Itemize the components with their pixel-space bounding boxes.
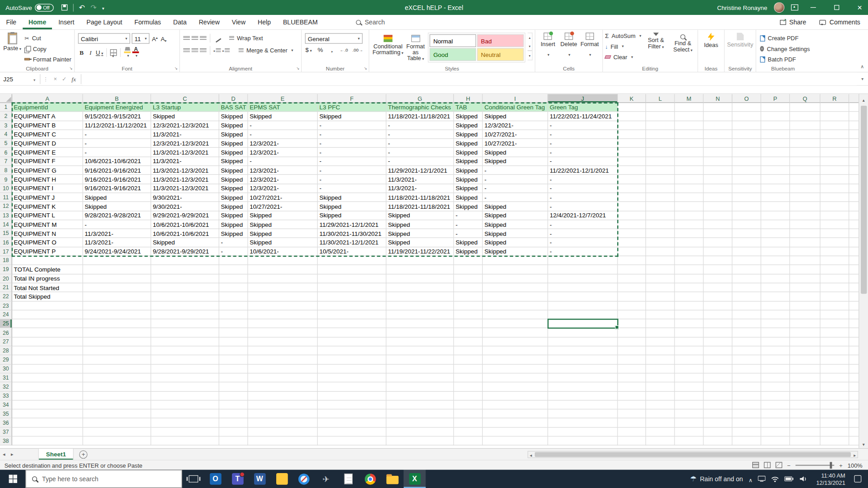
cell-M38[interactable] (675, 436, 704, 446)
sheet-nav-left-icon[interactable] (0, 451, 8, 457)
cell-x28[interactable] (849, 347, 859, 356)
cell-M24[interactable] (675, 310, 704, 319)
cell-G29[interactable] (387, 356, 454, 365)
cell-D6[interactable]: Skipped (219, 148, 248, 157)
cell-R33[interactable] (821, 391, 849, 400)
cell-C21[interactable] (151, 283, 219, 292)
cell-G8[interactable]: 11/29/2021-12/1/2021 (387, 166, 454, 175)
cell-O26[interactable] (732, 328, 761, 338)
column-header-C[interactable]: C (151, 94, 219, 103)
cell-I1[interactable]: Conditional Green Tag (483, 103, 548, 112)
align-top-icon[interactable] (183, 36, 190, 41)
cell-Q27[interactable] (790, 338, 820, 347)
cell-E38[interactable] (248, 436, 318, 446)
cell-C28[interactable] (151, 347, 219, 356)
cell-O31[interactable] (732, 373, 761, 382)
cell-C31[interactable] (151, 373, 219, 382)
cell-C26[interactable] (151, 328, 219, 338)
cell-D38[interactable] (219, 436, 248, 446)
cell-I24[interactable] (483, 310, 548, 319)
cut-button[interactable]: ✂Cut (24, 34, 71, 43)
sheet-tab-sheet1[interactable]: Sheet1 (38, 449, 74, 460)
cell-F4[interactable]: - (318, 130, 387, 139)
cell-B10[interactable]: 9/16/2021-9/16/2021 (83, 184, 151, 193)
cell-N19[interactable] (703, 265, 732, 274)
cell-E35[interactable] (248, 409, 318, 418)
taskbar-app-outlook[interactable]: O (204, 470, 226, 488)
cell-x33[interactable] (849, 391, 859, 400)
cell-I5[interactable]: 10/27/2021- (483, 139, 548, 148)
cell-R26[interactable] (821, 328, 849, 338)
cell-G14[interactable]: Skipped (387, 220, 454, 229)
cell-x27[interactable] (849, 338, 859, 347)
cell-L13[interactable] (646, 211, 675, 220)
cell-P9[interactable] (761, 175, 790, 184)
cell-O19[interactable] (732, 265, 761, 274)
cell-x30[interactable] (849, 364, 859, 373)
cell-D13[interactable]: Skipped (219, 211, 248, 220)
cell-I34[interactable] (483, 400, 548, 409)
cell-F6[interactable]: - (318, 148, 387, 157)
cell-B27[interactable] (83, 338, 151, 347)
cell-J30[interactable] (548, 364, 618, 373)
cell-P38[interactable] (761, 436, 790, 446)
font-name-combo[interactable]: Calibri (78, 33, 130, 43)
cell-D34[interactable] (219, 400, 248, 409)
cell-K29[interactable] (618, 356, 646, 365)
start-button[interactable] (0, 470, 25, 488)
percent-button[interactable]: % (316, 47, 324, 53)
cell-K38[interactable] (618, 436, 646, 446)
cell-A29[interactable] (12, 356, 83, 365)
cell-C18[interactable] (151, 256, 219, 265)
cell-Q16[interactable] (790, 238, 820, 247)
cell-C6[interactable]: 11/3/2021-12/3/2021 (151, 148, 219, 157)
ribbon-tab-insert[interactable]: Insert (52, 15, 80, 29)
row-header-13[interactable]: 13 (0, 211, 12, 220)
cell-I15[interactable]: Skipped (483, 229, 548, 238)
cell-R3[interactable] (821, 121, 849, 130)
column-header-F[interactable]: F (318, 94, 387, 103)
cell-M32[interactable] (675, 382, 704, 391)
cell-K5[interactable] (618, 139, 646, 148)
cell-P23[interactable] (761, 301, 790, 310)
cell-Q38[interactable] (790, 436, 820, 446)
cell-x9[interactable] (849, 175, 859, 184)
cell-C11[interactable]: 9/30/2021- (151, 193, 219, 202)
cell-P15[interactable] (761, 229, 790, 238)
cell-Q31[interactable] (790, 373, 820, 382)
insert-cells-button[interactable]: Insert (538, 30, 558, 58)
cell-Q30[interactable] (790, 364, 820, 373)
cell-Q28[interactable] (790, 347, 820, 356)
cell-D32[interactable] (219, 382, 248, 391)
cell-Q12[interactable] (790, 202, 820, 211)
cell-F3[interactable]: - (318, 121, 387, 130)
cell-P8[interactable] (761, 166, 790, 175)
cell-M5[interactable] (675, 139, 704, 148)
cell-O36[interactable] (732, 418, 761, 427)
cell-F32[interactable] (318, 382, 387, 391)
cell-K23[interactable] (618, 301, 646, 310)
cell-C34[interactable] (151, 400, 219, 409)
cell-O11[interactable] (732, 193, 761, 202)
cell-J15[interactable]: - (548, 229, 618, 238)
cell-D1[interactable]: BAS SAT (219, 103, 248, 112)
cell-G31[interactable] (387, 373, 454, 382)
cell-x4[interactable] (849, 130, 859, 139)
cell-J36[interactable] (548, 418, 618, 427)
cell-Q4[interactable] (790, 130, 820, 139)
cell-O3[interactable] (732, 121, 761, 130)
cell-P35[interactable] (761, 409, 790, 418)
cell-x29[interactable] (849, 356, 859, 365)
cell-L14[interactable] (646, 220, 675, 229)
add-sheet-button[interactable]: + (79, 450, 87, 458)
scroll-right-icon[interactable] (852, 451, 857, 458)
cell-K12[interactable] (618, 202, 646, 211)
cell-Q29[interactable] (790, 356, 820, 365)
cell-I31[interactable] (483, 373, 548, 382)
cell-G15[interactable]: Skipped (387, 229, 454, 238)
cell-E9[interactable]: 12/3/2021- (248, 175, 318, 184)
wifi-icon[interactable] (771, 475, 779, 482)
cell-P28[interactable] (761, 347, 790, 356)
cell-Q19[interactable] (790, 265, 820, 274)
cell-P22[interactable] (761, 292, 790, 301)
